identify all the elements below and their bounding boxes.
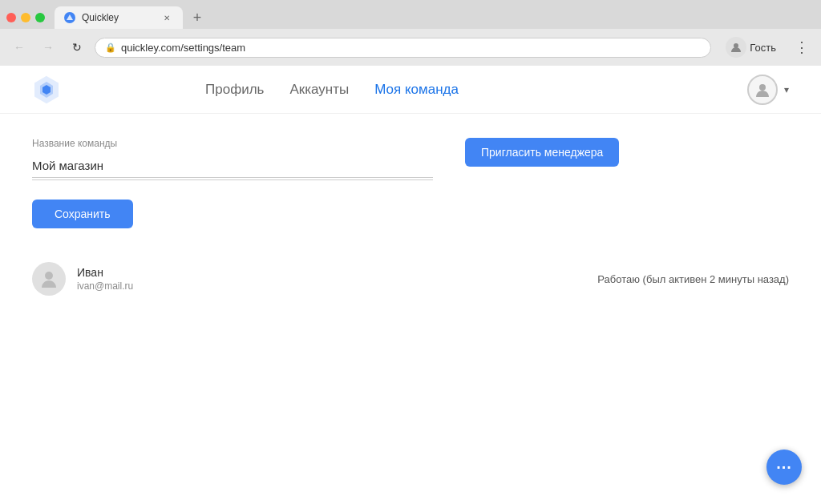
chat-button[interactable]: ···	[766, 450, 802, 485]
svg-point-2	[759, 84, 766, 91]
browser-tab[interactable]: Quickley ✕	[55, 6, 183, 29]
address-bar[interactable]: 🔒 quickley.com/settings/team	[95, 38, 711, 58]
team-name-input[interactable]	[32, 154, 433, 178]
back-button[interactable]: ←	[8, 36, 30, 58]
svg-point-3	[45, 272, 53, 280]
reload-button[interactable]: ↻	[66, 36, 88, 58]
nav-accounts[interactable]: Аккаунты	[289, 82, 349, 98]
team-members-list: Иван ivan@mail.ru Работаю (был активен 2…	[0, 252, 821, 321]
new-tab-button[interactable]: +	[186, 6, 208, 29]
member-avatar	[32, 262, 66, 296]
nav-team[interactable]: Моя команда	[374, 82, 459, 98]
chat-icon: ···	[776, 458, 792, 477]
url-text: quickley.com/settings/team	[121, 42, 245, 54]
avatar-chevron-icon[interactable]: ▾	[784, 84, 789, 95]
member-status: Работаю (был активен 2 минуты назад)	[597, 273, 789, 285]
main-content: Название команды Сохранить Пригласить ме…	[0, 114, 821, 252]
header-nav: Профиль Аккаунты Моя команда	[205, 82, 459, 98]
svg-marker-0	[67, 14, 73, 20]
field-label: Название команды	[32, 138, 433, 149]
save-button[interactable]: Сохранить	[32, 200, 133, 228]
traffic-light-green[interactable]	[35, 13, 45, 22]
traffic-light-red[interactable]	[6, 13, 16, 22]
app-header: Профиль Аккаунты Моя команда ▾	[0, 66, 821, 114]
user-avatar[interactable]	[747, 75, 778, 105]
more-options-button[interactable]: ⋮	[791, 36, 813, 58]
member-email: ivan@mail.ru	[77, 280, 133, 292]
invite-section: Пригласить менеджера	[465, 138, 619, 228]
traffic-light-yellow[interactable]	[21, 13, 30, 22]
tab-favicon	[64, 12, 75, 23]
user-icon	[726, 37, 746, 58]
header-right: ▾	[747, 75, 789, 105]
team-form: Название команды Сохранить	[32, 138, 433, 228]
member-name: Иван	[77, 266, 133, 279]
user-label: Гость	[750, 42, 776, 54]
lock-icon: 🔒	[105, 42, 116, 53]
invite-manager-button[interactable]: Пригласить менеджера	[465, 138, 619, 167]
forward-button[interactable]: →	[37, 36, 59, 58]
app-logo[interactable]	[32, 75, 61, 104]
tab-title: Quickley	[82, 12, 154, 23]
table-row: Иван ivan@mail.ru Работаю (был активен 2…	[32, 252, 789, 305]
tab-close-button[interactable]: ✕	[160, 11, 173, 24]
user-menu[interactable]: Гость	[718, 34, 784, 61]
member-info: Иван ivan@mail.ru	[77, 266, 133, 292]
nav-profile[interactable]: Профиль	[205, 82, 264, 98]
